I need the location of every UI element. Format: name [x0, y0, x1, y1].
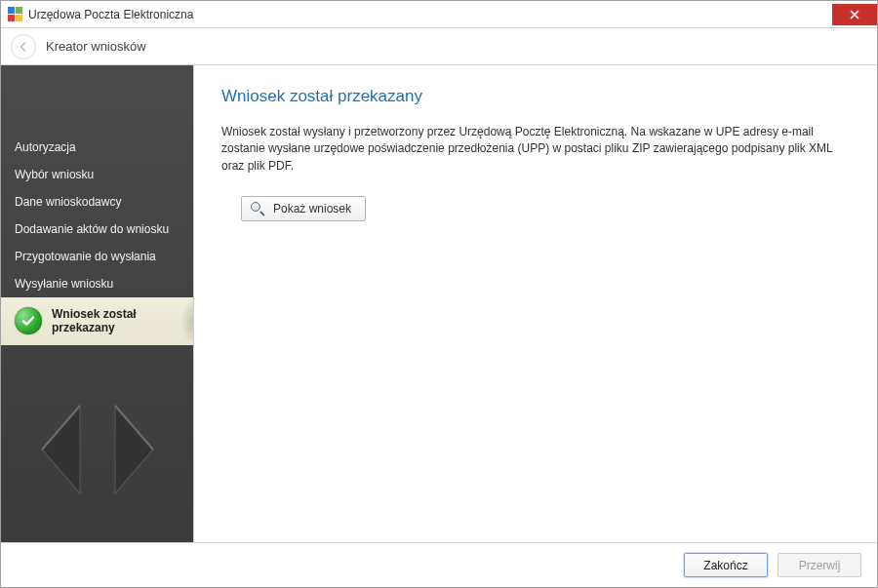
titlebar: Urzędowa Poczta Elektroniczna	[1, 1, 877, 28]
app-window: Urzędowa Poczta Elektroniczna Kreator wn…	[0, 0, 878, 588]
magnifier-icon	[250, 201, 265, 216]
titlebar-title: Urzędowa Poczta Elektroniczna	[28, 8, 193, 21]
sidebar-active-line1: Wniosek został	[52, 307, 137, 321]
sidebar-item-wybor-wniosku[interactable]: Wybór wniosku	[1, 161, 193, 188]
arrow-left-icon	[18, 41, 29, 53]
sidebar-decor-icon	[1, 367, 194, 532]
subheader: Kreator wniosków	[1, 28, 877, 65]
sidebar: Autoryzacja Wybór wniosku Dane wnioskoda…	[1, 65, 194, 542]
close-button[interactable]	[832, 4, 877, 25]
show-request-label: Pokaż wniosek	[273, 202, 351, 216]
show-request-button[interactable]: Pokaż wniosek	[241, 196, 366, 221]
sidebar-spacer	[1, 65, 193, 134]
subheader-title: Kreator wniosków	[46, 39, 146, 54]
sidebar-item-wysylanie[interactable]: Wysyłanie wniosku	[1, 270, 193, 297]
sidebar-item-dane-wnioskodawcy[interactable]: Dane wnioskodawcy	[1, 188, 193, 216]
sidebar-item-autoryzacja[interactable]: Autoryzacja	[1, 134, 193, 161]
sidebar-item-dodawanie-aktow[interactable]: Dodawanie aktów do wniosku	[1, 216, 193, 243]
body: Autoryzacja Wybór wniosku Dane wnioskoda…	[1, 65, 877, 542]
footer: Zakończ Przerwij	[1, 542, 877, 587]
sidebar-active-line2: przekazany	[52, 321, 137, 334]
back-button[interactable]	[11, 34, 36, 59]
cancel-button: Przerwij	[778, 553, 861, 577]
app-icon	[7, 7, 22, 22]
close-icon	[850, 10, 859, 20]
page-title: Wniosek został przekazany	[221, 87, 850, 106]
sidebar-item-wniosek-przekazany[interactable]: Wniosek został przekazany	[1, 297, 193, 345]
sidebar-item-przygotowanie[interactable]: Przygotowanie do wysłania	[1, 243, 193, 270]
finish-button[interactable]: Zakończ	[684, 553, 768, 577]
content: Wniosek został przekazany Wniosek został…	[194, 65, 877, 542]
checkmark-icon	[15, 307, 42, 334]
sidebar-item-label: Wniosek został przekazany	[52, 307, 137, 335]
page-description: Wniosek został wysłany i przetworzony pr…	[221, 124, 850, 175]
